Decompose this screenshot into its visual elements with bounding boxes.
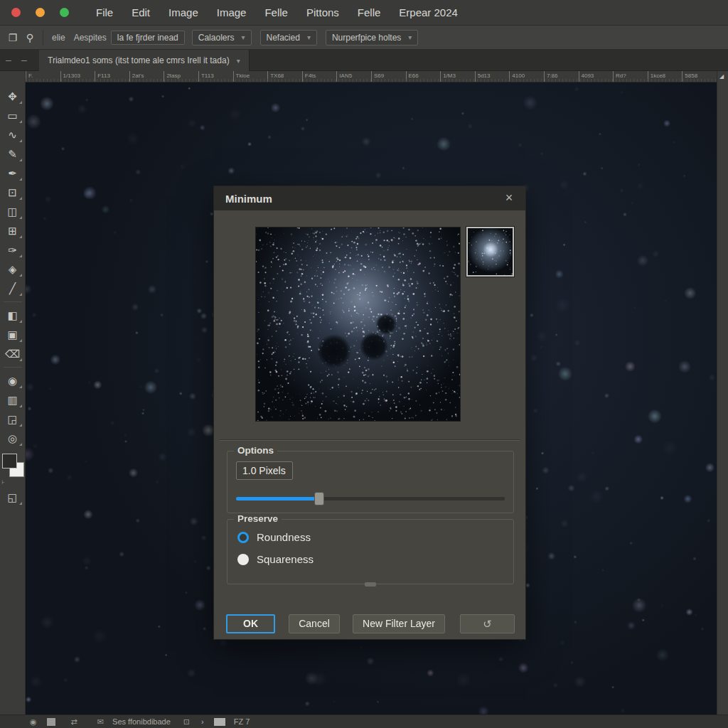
radio-roundness[interactable]: Roundness	[237, 531, 311, 543]
options-label-1: elie	[52, 33, 65, 43]
resize-notch[interactable]	[365, 582, 376, 587]
options-text-field[interactable]: la fe fjrder inead	[111, 31, 185, 45]
radius-slider-fill	[236, 497, 319, 500]
image-tool-button[interactable]: ▣	[2, 325, 23, 344]
lasso-tool-button[interactable]: ∿	[2, 125, 23, 144]
document-tab-bar: – – Trialmdeo1 soms (itst tome ale cmrs …	[0, 50, 728, 71]
artboard-tool-icon: ◧	[7, 310, 17, 321]
ok-button[interactable]: OK	[226, 614, 275, 633]
dropdown-nurperfpice[interactable]: Nurperfpice holtes ▾	[326, 30, 418, 46]
minimize-window-button[interactable]	[36, 8, 45, 17]
dropdown-nefacied[interactable]: Nefacied ▾	[260, 30, 317, 46]
radius-value-field[interactable]: 1.0 Pixels	[236, 461, 293, 480]
panel-collapse-dash[interactable]: –	[6, 54, 11, 65]
image-tool-icon: ▣	[7, 329, 17, 340]
dialog-titlebar[interactable]: Minimum ×	[214, 186, 525, 210]
dialog-buttons: OK Cancel New Filter Layer ↺	[214, 614, 525, 634]
eraser-tool-button[interactable]: ⌫	[2, 344, 23, 363]
edit-toolbar-button[interactable]: ◱	[2, 488, 23, 507]
stamp-tool-button[interactable]: ✑	[2, 240, 23, 259]
menu-item-edit[interactable]: Edit	[132, 6, 150, 18]
foreground-color-swatch[interactable]	[2, 454, 17, 469]
search-tool-button[interactable]: ◎	[2, 429, 23, 448]
panel-strip[interactable]: ◢	[717, 71, 728, 714]
dropdown-nefacied-value: Nefacied	[267, 33, 300, 43]
new-filter-layer-button[interactable]: New Filter Layer	[353, 614, 445, 633]
chevron-down-icon: ▾	[307, 33, 311, 41]
radio-selected-icon[interactable]	[237, 532, 249, 543]
radius-slider[interactable]	[236, 497, 505, 500]
close-icon[interactable]: ×	[501, 190, 517, 205]
chevron-right-icon[interactable]: ›	[201, 717, 204, 726]
menu-item-felle-2[interactable]: Felle	[358, 6, 381, 18]
ruler-label: 2tasp	[164, 71, 198, 82]
shape-tool-icon: ◈	[9, 264, 17, 274]
mail-icon: ✉	[97, 717, 104, 727]
menu-item-felle[interactable]: Felle	[264, 6, 288, 18]
dropdown-calaolers[interactable]: Calaolers ▾	[192, 30, 252, 46]
ruler-label: T113	[198, 71, 233, 82]
ruler-label: 1/M3	[440, 71, 475, 82]
close-window-button[interactable]	[11, 8, 21, 17]
menu-item-pittons[interactable]: Pittons	[306, 6, 339, 18]
toolbar-separator	[4, 367, 22, 368]
radio-roundness-label: Roundness	[257, 531, 311, 543]
stamp-tool-icon: ✑	[8, 245, 17, 255]
ruler-label: IAN5	[336, 71, 371, 82]
move-tool-button[interactable]: ✥	[2, 87, 23, 106]
radio-unselected-icon[interactable]	[237, 554, 249, 565]
hand-tool-button[interactable]: ▥	[2, 390, 23, 410]
brush-tool-button[interactable]: ✎	[2, 144, 23, 164]
reset-button[interactable]: ↺	[460, 614, 515, 633]
ruler-label: S69	[371, 71, 406, 82]
hand-tool-icon: ▥	[7, 395, 17, 405]
ruler-label: 7:86	[544, 71, 579, 82]
menu-item-file[interactable]: File	[96, 6, 113, 18]
frame-tool-button[interactable]: ⊞	[2, 221, 23, 240]
ruler-label: Rd?	[613, 71, 648, 82]
ruler-label: 4100	[509, 71, 544, 82]
rotate-tool-button[interactable]: ◲	[2, 410, 23, 429]
crop-tool-button[interactable]: ⊡	[2, 183, 23, 202]
filter-thumbnail	[466, 227, 514, 277]
dropdown-calaolers-value: Calaolers	[198, 33, 235, 43]
status-right-label: FZ 7	[234, 717, 250, 726]
line-tool-button[interactable]: ╱	[2, 279, 23, 298]
dropdown-nurperfpice-value: Nurperfpice holtes	[332, 33, 401, 43]
zoom-tool-button[interactable]: ◉	[2, 371, 23, 390]
edit-toolbar-icon: ◱	[7, 492, 17, 503]
cancel-button[interactable]: Cancel	[289, 614, 340, 633]
shape-tool-button[interactable]: ◈	[2, 259, 23, 279]
eraser-tool-icon: ⌫	[5, 348, 20, 359]
filter-preview-image	[256, 228, 460, 421]
frame-tool-icon: ⊞	[8, 225, 17, 236]
menu-bar: File Edit Image Image Felle Pittons Fell…	[0, 0, 728, 26]
horizontal-ruler: F. 1/1303 F113 2at's 2tasp T113 Tkioe TX…	[26, 71, 717, 82]
tool-preset-icon[interactable]: ❐	[4, 32, 21, 43]
document-tab[interactable]: Trialmdeo1 soms (itst tome ale cmrs Irel…	[39, 50, 250, 71]
menu-item-erpear-2024[interactable]: Erpear 2024	[399, 6, 458, 18]
panel-collapse-dash-2[interactable]: –	[21, 54, 27, 65]
menu-item-image[interactable]: Image	[168, 6, 198, 18]
color-swatches: ⊦	[1, 454, 25, 485]
tools-panel: ✥ ▭ ∿ ✎ ✒ ⊡ ◫ ⊞ ✑ ◈ ╱ ◧ ▣ ⌫ ◉ ▥ ◲ ◎ ⊦ ◱	[0, 71, 26, 714]
window-controls	[11, 8, 69, 17]
filter-thumbnail-image	[468, 228, 513, 275]
status-message: Ses ffonibdibade	[112, 717, 171, 726]
patch-tool-button[interactable]: ◫	[2, 202, 23, 221]
ruler-label: 1/1303	[60, 71, 95, 82]
radio-squareness[interactable]: Squareness	[237, 553, 314, 565]
pen-tool-button[interactable]: ✒	[2, 164, 23, 183]
toolbar-separator	[4, 301, 22, 302]
expand-icon: ⊡	[183, 717, 190, 727]
zoom-window-button[interactable]	[60, 8, 69, 17]
chevron-down-icon: ▾	[408, 33, 412, 41]
menu-item-image-2[interactable]: Image	[217, 6, 247, 18]
filter-preview[interactable]	[255, 227, 461, 422]
preserve-section: Preserve Roundness Squareness	[227, 519, 514, 584]
marquee-tool-button[interactable]: ▭	[2, 106, 23, 125]
radius-slider-handle[interactable]	[314, 492, 324, 505]
search-tool-icon[interactable]: ⚲	[21, 32, 38, 43]
artboard-tool-button[interactable]: ◧	[2, 306, 23, 325]
status-swatch	[47, 718, 55, 726]
